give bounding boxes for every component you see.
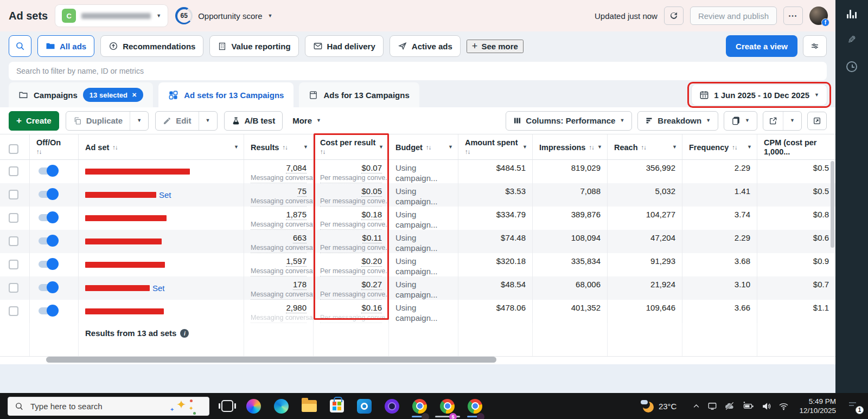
horizontal-scrollbar-thumb[interactable] <box>46 357 496 363</box>
row-checkbox[interactable] <box>9 260 18 269</box>
chevron-down-icon[interactable]: ▼ <box>303 145 308 150</box>
off-on-toggle[interactable] <box>39 261 57 268</box>
header-reach[interactable]: Reach↑↓ ▼ <box>608 134 682 159</box>
chevron-down-icon[interactable]: ▼ <box>448 145 453 150</box>
select-all-checkbox[interactable] <box>9 144 18 154</box>
export-dropdown[interactable]: ▼ <box>783 112 801 130</box>
edge-button[interactable] <box>274 393 289 419</box>
table-row[interactable]: 7,084Messaging conversat... $0.07Per mes… <box>0 160 835 183</box>
ab-test-button[interactable]: A/B test <box>224 111 283 131</box>
header-budget[interactable]: Budget↑↓ ▼ <box>389 134 458 159</box>
battery-tray-button[interactable] <box>742 401 754 411</box>
ad-set-name[interactable]: Set <box>79 276 244 300</box>
outlook-button[interactable] <box>357 393 372 419</box>
analytics-icon[interactable] <box>847 9 857 18</box>
edit-button[interactable]: Edit <box>156 112 198 130</box>
row-checkbox[interactable] <box>9 213 18 223</box>
ad-set-name[interactable] <box>79 300 244 323</box>
search-filter-button[interactable] <box>9 35 31 57</box>
duplicate-button[interactable]: Duplicate <box>66 112 130 130</box>
header-impressions[interactable]: Impressions↑↓ ▼ <box>533 134 608 159</box>
chevron-down-icon[interactable]: ▼ <box>747 145 752 150</box>
breakdown-button[interactable]: Breakdown ▼ <box>637 111 718 131</box>
review-publish-button[interactable]: Review and publish <box>690 7 777 25</box>
chevron-down-icon[interactable]: ▼ <box>522 145 527 150</box>
view-settings-button[interactable] <box>803 35 827 57</box>
row-checkbox[interactable] <box>9 190 18 199</box>
file-explorer-button[interactable] <box>302 393 317 419</box>
header-results[interactable]: Results↑↓ ▼ <box>244 134 314 159</box>
header-cpm[interactable]: CPM (cost per 1,000... <box>757 134 835 159</box>
weather-widget[interactable]: 23°C <box>641 399 677 412</box>
ad-set-name[interactable] <box>79 207 244 230</box>
chevron-down-icon[interactable]: ▼ <box>379 145 384 150</box>
date-range-selector[interactable]: 1 Jun 2025 - 10 Dec 2025 ▼ <box>692 85 827 105</box>
header-off-on[interactable]: Off/On ↑↓ <box>30 134 79 159</box>
filter-tab-active-ads[interactable]: Active ads <box>390 35 461 57</box>
row-checkbox[interactable] <box>9 306 18 316</box>
user-avatar[interactable]: f <box>809 7 828 25</box>
microsoft-store-button[interactable] <box>330 393 344 419</box>
ad-set-name[interactable] <box>79 230 244 253</box>
row-checkbox[interactable] <box>9 283 18 293</box>
network-tray-button[interactable] <box>778 401 789 411</box>
duplicate-dropdown[interactable]: ▼ <box>130 112 148 130</box>
taskbar-search[interactable]: Type here to search ✦ ✦ ✦ <box>8 397 209 416</box>
table-row[interactable]: Set 75Messaging conversat... $0.05Per me… <box>0 183 835 207</box>
volume-tray-button[interactable] <box>761 401 771 411</box>
header-amount-spent[interactable]: Amount spent ↑↓ ▼ <box>458 134 533 159</box>
expand-button[interactable] <box>807 112 827 130</box>
horizontal-scrollbar[interactable] <box>0 357 835 363</box>
opportunity-score[interactable]: 65 Opportunity score ▼ <box>175 7 272 24</box>
copilot-button[interactable] <box>246 393 261 419</box>
selected-badge[interactable]: 13 selected ✕ <box>83 88 143 102</box>
onedrive-tray-button[interactable] <box>724 401 735 411</box>
reports-button[interactable]: ▼ <box>724 111 757 131</box>
chrome-profile-1-button[interactable] <box>412 393 427 419</box>
tab-campaigns[interactable]: Campaigns 13 selected ✕ <box>9 82 153 107</box>
history-icon[interactable] <box>846 61 857 72</box>
row-checkbox[interactable] <box>9 236 18 246</box>
edit-rail-icon[interactable]: ✎ <box>847 34 856 46</box>
chevron-down-icon[interactable]: ▼ <box>234 145 239 150</box>
header-cost-per-result[interactable]: Cost per result ↑↓ ▼ <box>314 134 389 159</box>
header-frequency[interactable]: Frequency↑↓ ▼ <box>682 134 757 159</box>
info-icon[interactable]: i <box>180 329 189 338</box>
cast-tray-button[interactable] <box>707 401 717 411</box>
off-on-toggle[interactable] <box>39 237 57 244</box>
ad-set-name[interactable] <box>79 253 244 276</box>
off-on-toggle[interactable] <box>39 214 57 221</box>
chevron-down-icon[interactable]: ▼ <box>672 145 677 150</box>
create-button[interactable]: + Create <box>9 111 59 131</box>
refresh-button[interactable] <box>664 7 684 25</box>
table-row[interactable]: 2,980Messaging conversat... $0.16Per mes… <box>0 300 835 323</box>
tab-ads[interactable]: Ads for 13 Campaigns <box>299 82 419 107</box>
edit-dropdown[interactable]: ▼ <box>199 112 217 130</box>
off-on-toggle[interactable] <box>39 284 57 291</box>
chevron-down-icon[interactable]: ▼ <box>597 145 602 150</box>
more-button[interactable]: More ▼ <box>289 116 324 125</box>
filter-tab-value-reporting[interactable]: Value reporting <box>209 35 298 57</box>
tab-ad-sets[interactable]: Ad sets for 13 Campaigns <box>158 82 293 107</box>
search-input[interactable] <box>9 62 827 80</box>
create-view-button[interactable]: Create a view <box>726 35 797 57</box>
filter-tab-all-ads[interactable]: All ads <box>37 35 94 57</box>
filter-tab-had-delivery[interactable]: Had delivery <box>305 35 384 57</box>
row-checkbox[interactable] <box>9 166 18 176</box>
filter-tab-recommendations[interactable]: Recommendations <box>100 35 203 57</box>
notification-center-button[interactable]: 1 <box>847 400 860 412</box>
vertical-scrollbar[interactable] <box>831 161 834 248</box>
off-on-toggle[interactable] <box>39 191 57 198</box>
ad-set-name[interactable] <box>79 160 244 183</box>
off-on-toggle[interactable] <box>39 167 57 175</box>
account-selector[interactable]: C ▼ <box>55 5 168 27</box>
table-row[interactable]: Set 178Messaging conversat... $0.27Per m… <box>0 276 835 300</box>
columns-button[interactable]: Columns: Performance ▼ <box>506 111 632 131</box>
see-more-button[interactable]: + See more <box>467 40 524 53</box>
table-row[interactable]: 663Messaging conversat... $0.11Per messa… <box>0 230 835 253</box>
chrome-profile-3-button[interactable] <box>468 393 482 419</box>
task-view-button[interactable] <box>221 393 233 419</box>
ad-set-name[interactable]: Set <box>79 183 244 207</box>
export-button[interactable] <box>763 112 783 130</box>
purple-app-button[interactable] <box>385 393 399 419</box>
